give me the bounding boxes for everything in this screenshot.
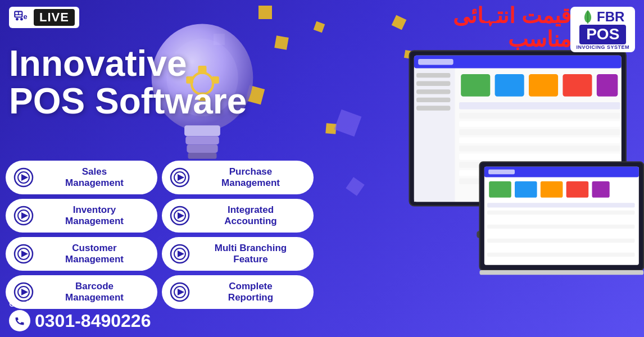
- svg-rect-60: [487, 203, 634, 207]
- svg-rect-59: [592, 181, 609, 198]
- monitor-area: [374, 45, 644, 281]
- fbr-title-text: FBR: [597, 10, 624, 24]
- feature-btn-2[interactable]: InventoryManagement: [6, 199, 157, 233]
- deco-purple-2: [346, 177, 364, 195]
- feature-icon-3: [170, 206, 190, 226]
- svg-rect-27: [414, 69, 455, 202]
- svg-marker-74: [178, 174, 184, 181]
- feature-label-4: CustomerManagement: [39, 243, 149, 265]
- svg-rect-65: [487, 239, 634, 243]
- feature-label-7: CompleteReporting: [196, 281, 306, 303]
- svg-rect-62: [487, 217, 634, 221]
- svg-rect-34: [461, 74, 490, 97]
- svg-rect-11: [187, 144, 217, 153]
- svg-rect-55: [489, 181, 511, 198]
- feature-label-5: Multi BranchingFeature: [196, 243, 306, 265]
- svg-point-4: [16, 18, 19, 21]
- contact-area: Contact Us 0301-8490226: [9, 299, 151, 331]
- hero-headline: Innovative POS Software: [9, 45, 247, 120]
- feature-icon-1: [170, 167, 190, 188]
- svg-rect-42: [459, 129, 620, 135]
- svg-rect-31: [416, 98, 450, 102]
- svg-rect-10: [185, 136, 219, 144]
- svg-marker-92: [178, 289, 184, 295]
- svg-rect-32: [416, 106, 450, 110]
- svg-rect-58: [566, 181, 589, 198]
- svg-rect-26: [418, 59, 453, 65]
- fbr-pos-text: POS: [579, 25, 626, 44]
- svg-rect-63: [487, 225, 634, 229]
- svg-rect-68: [480, 270, 644, 275]
- svg-point-5: [20, 18, 23, 21]
- feature-label-1: PurchaseManagement: [196, 166, 306, 188]
- epos-icon: e: [13, 10, 31, 25]
- fbr-sub-text: INVOICING SYSTEM: [576, 44, 629, 50]
- hero-text: Innovative POS Software: [9, 45, 247, 120]
- svg-rect-28: [416, 73, 450, 78]
- contact-phone: 0301-8490226: [9, 310, 151, 331]
- svg-rect-67: [487, 253, 634, 257]
- svg-rect-2: [19, 12, 22, 14]
- svg-rect-39: [459, 102, 620, 109]
- svg-rect-57: [541, 181, 563, 198]
- phone-icon: [9, 310, 30, 331]
- fbr-logo: FBR POS INVOICING SYSTEM: [570, 7, 635, 52]
- main-container: e LIVE FBR POS INVOICING SYSTEM قیمت انت…: [0, 0, 644, 337]
- svg-rect-66: [487, 245, 634, 249]
- svg-rect-29: [416, 81, 450, 86]
- phone-svg: [14, 315, 25, 326]
- feature-label-2: InventoryManagement: [39, 204, 149, 226]
- svg-rect-64: [487, 231, 634, 235]
- phone-number: 0301-8490226: [35, 311, 151, 331]
- svg-marker-71: [21, 174, 28, 181]
- live-badge: LIVE: [34, 9, 75, 26]
- monitor-svg: [374, 45, 644, 279]
- svg-rect-54: [488, 170, 515, 174]
- svg-rect-37: [563, 74, 592, 97]
- hero-line2: POS Software: [9, 81, 247, 121]
- feature-btn-7[interactable]: CompleteReporting: [162, 275, 314, 309]
- svg-marker-80: [178, 212, 184, 219]
- svg-text:e: e: [24, 12, 28, 21]
- svg-rect-38: [597, 74, 618, 97]
- hero-line1: Innovative: [9, 43, 187, 84]
- svg-rect-36: [529, 74, 558, 97]
- feature-label-3: IntegratedAccounting: [196, 204, 306, 226]
- feature-btn-5[interactable]: Multi BranchingFeature: [162, 237, 314, 271]
- svg-rect-43: [459, 138, 620, 143]
- deco-purple-1: [334, 110, 362, 137]
- svg-rect-12: [188, 153, 217, 159]
- urdu-text: قیمت انتہائیمناسب: [453, 4, 571, 52]
- feature-btn-0[interactable]: SalesManagement: [6, 161, 157, 194]
- feature-btn-4[interactable]: CustomerManagement: [6, 237, 157, 271]
- features-grid: SalesManagement PurchaseManagement Inven…: [6, 161, 314, 309]
- svg-rect-9: [184, 125, 220, 136]
- feature-btn-3[interactable]: IntegratedAccounting: [162, 199, 314, 233]
- svg-rect-41: [459, 121, 620, 126]
- svg-rect-30: [416, 89, 450, 94]
- svg-rect-56: [515, 181, 537, 198]
- svg-rect-44: [459, 145, 620, 151]
- svg-marker-89: [21, 289, 28, 295]
- svg-rect-3: [15, 15, 21, 16]
- svg-rect-1: [15, 12, 18, 14]
- feature-label-0: SalesManagement: [39, 166, 149, 188]
- svg-marker-86: [178, 251, 184, 257]
- feature-icon-2: [13, 206, 34, 226]
- feature-icon-0: [13, 167, 34, 188]
- feature-btn-1[interactable]: PurchaseManagement: [162, 161, 314, 194]
- svg-rect-35: [495, 74, 524, 97]
- fbr-leaf-icon: [581, 9, 595, 25]
- svg-rect-40: [459, 113, 620, 119]
- svg-marker-83: [21, 251, 28, 257]
- feature-icon-4: [13, 244, 34, 264]
- contact-label: Contact Us: [9, 299, 151, 309]
- feature-icon-7: [170, 282, 190, 302]
- feature-icon-5: [170, 244, 190, 264]
- svg-marker-77: [21, 212, 28, 219]
- svg-rect-45: [459, 154, 620, 160]
- svg-rect-61: [487, 211, 634, 215]
- epos-logo: e LIVE: [9, 7, 79, 28]
